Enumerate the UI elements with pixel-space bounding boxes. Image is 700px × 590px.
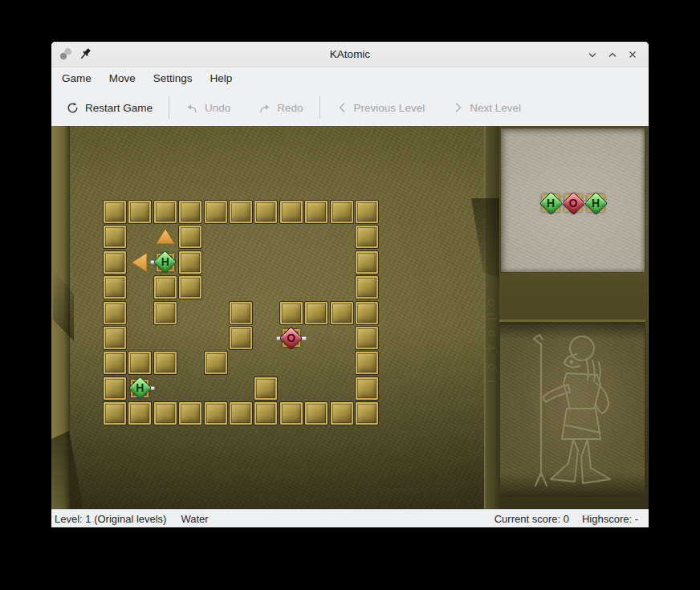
- restart-game-label: Restart Game: [85, 102, 153, 114]
- atom-label: H: [153, 255, 177, 269]
- restart-game-button[interactable]: Restart Game: [66, 101, 153, 115]
- stone-crack-decor: [51, 431, 83, 509]
- atom-label: H: [128, 381, 152, 395]
- wall-tile: [355, 200, 379, 224]
- wall-tile: [153, 401, 177, 425]
- wall-tile: [355, 275, 379, 299]
- wall-tile: [128, 401, 152, 425]
- menubar: Game Move Settings Help: [51, 67, 649, 89]
- wall-tile: [330, 200, 354, 224]
- goal-atom-h: H: [584, 191, 608, 215]
- chevron-right-icon: [452, 101, 464, 114]
- maximize-button[interactable]: [606, 48, 619, 61]
- atom-label: H: [584, 197, 608, 210]
- goal-atom-o: O: [561, 191, 585, 215]
- wall-tile: [229, 326, 253, 350]
- stone-fracture-decor: [459, 198, 499, 279]
- previous-level-label: Previous Level: [354, 102, 425, 114]
- toolbar-separator: [319, 96, 320, 119]
- wall-tile: [355, 225, 379, 249]
- chevron-left-icon: [336, 101, 348, 114]
- wall-tile: [128, 200, 152, 224]
- previous-level-button: Previous Level: [336, 101, 425, 114]
- undo-label: Undo: [205, 102, 230, 114]
- wall-tile: [330, 301, 354, 325]
- wall-tile: [103, 225, 127, 249]
- goal-preview-panel: HOH: [500, 128, 645, 273]
- wall-tile: [178, 275, 202, 299]
- atom-label: H: [539, 197, 563, 210]
- wall-tile: [153, 200, 177, 224]
- atom-h[interactable]: H: [128, 376, 152, 401]
- wall-tile: [178, 401, 202, 425]
- wall-tile: [254, 376, 278, 401]
- wall-tile: [103, 376, 127, 401]
- chevron-up-icon: [607, 49, 618, 60]
- menu-move[interactable]: Move: [100, 69, 144, 87]
- wall-tile: [355, 301, 379, 325]
- wall-tile: [103, 275, 127, 299]
- statusbar: Level: 1 (Original levels) Water Current…: [51, 509, 649, 527]
- wall-tile: [103, 200, 127, 224]
- window-title: KAtomic: [51, 48, 649, 60]
- undo-button: Undo: [185, 102, 230, 114]
- atom-h[interactable]: H: [153, 250, 177, 275]
- wall-tile: [178, 225, 202, 249]
- next-level-button: Next Level: [452, 101, 521, 114]
- wall-tile: [304, 401, 328, 425]
- atom-o[interactable]: O: [279, 326, 303, 350]
- wall-tile: [279, 401, 303, 425]
- wall-tile: [279, 200, 303, 224]
- katomic-window: KAtomic Game Move Settings Help Restart …: [51, 42, 649, 527]
- wall-tile: [355, 376, 379, 401]
- move-up-arrow[interactable]: [153, 225, 177, 249]
- highscore: Highscore: -: [582, 513, 638, 525]
- minimize-button[interactable]: [586, 48, 599, 61]
- menu-help[interactable]: Help: [201, 69, 242, 87]
- wall-tile: [229, 401, 253, 425]
- wall-tile: [229, 301, 253, 325]
- wall-tile: [204, 351, 228, 375]
- wall-tile: [204, 401, 228, 425]
- wall-tile: [178, 250, 202, 275]
- redo-label: Redo: [277, 102, 303, 114]
- wall-tile: [103, 326, 127, 350]
- wall-tile: [254, 200, 278, 224]
- redo-icon: [258, 102, 271, 114]
- titlebar[interactable]: KAtomic: [51, 42, 649, 67]
- wall-tile: [254, 401, 278, 425]
- egyptian-relief-decor: [499, 322, 645, 498]
- wall-tile: [178, 200, 202, 224]
- wall-tile: [153, 301, 177, 325]
- move-left-arrow[interactable]: [128, 250, 152, 275]
- hieroglyph-decor: [485, 295, 499, 391]
- wall-tile: [103, 301, 127, 325]
- wall-tile: [355, 351, 379, 375]
- wall-tile: [330, 401, 354, 425]
- wall-tile: [355, 250, 379, 275]
- wall-tile: [153, 351, 177, 375]
- menu-settings[interactable]: Settings: [144, 69, 201, 87]
- wall-tile: [229, 200, 253, 224]
- game-area: HOH HOH: [51, 126, 649, 509]
- wall-tile: [304, 200, 328, 224]
- atom-label: O: [279, 332, 303, 345]
- close-icon: [627, 49, 638, 60]
- undo-icon: [185, 102, 199, 114]
- wall-tile: [204, 200, 228, 224]
- close-button[interactable]: [626, 48, 639, 61]
- wall-tile: [103, 401, 127, 425]
- menu-game[interactable]: Game: [53, 69, 100, 87]
- redo-button: Redo: [258, 102, 303, 114]
- restart-icon: [66, 101, 79, 115]
- wall-tile: [153, 275, 177, 299]
- atom-label: O: [561, 197, 585, 210]
- toolbar-separator: [169, 96, 169, 119]
- wall-tile: [128, 351, 152, 375]
- egyptian-panel: [499, 319, 645, 498]
- wall-tile: [279, 301, 303, 325]
- wall-tile: [355, 326, 379, 350]
- next-level-label: Next Level: [470, 102, 521, 114]
- wall-tile: [103, 351, 127, 375]
- chevron-down-icon: [587, 49, 598, 60]
